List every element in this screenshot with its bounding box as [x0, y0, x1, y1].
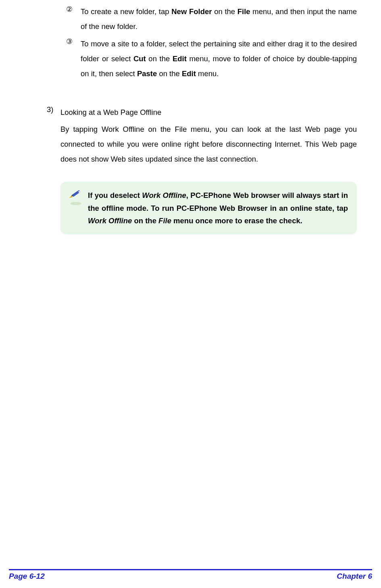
list-marker-2: ②	[66, 4, 81, 14]
note-box: If you deselect Work Offline, PC-EPhone …	[60, 182, 357, 234]
note-text: If you deselect Work Offline, PC-EPhone …	[88, 189, 348, 227]
footer-chapter: Chapter 6	[337, 572, 372, 581]
list-item-2: ② To create a new folder, tap New Folder…	[66, 4, 357, 34]
section-3: 3) Looking at a Web Page Offline By tapp…	[47, 105, 357, 166]
section-3-marker: 3)	[47, 105, 60, 114]
section-3-title: Looking at a Web Page Offline	[60, 105, 161, 119]
list-marker-3: ③	[66, 36, 81, 46]
footer-divider	[9, 569, 372, 570]
list-item-3: ③ To move a site to a folder, select the…	[66, 36, 357, 81]
list-text-3: To move a site to a folder, select the p…	[81, 36, 357, 81]
footer-page-number: Page 6-12	[9, 572, 45, 581]
section-3-body: By tapping Work Offline on the File menu…	[60, 122, 357, 166]
page-footer: Page 6-12 Chapter 6	[0, 569, 381, 581]
svg-point-0	[70, 202, 81, 205]
page-content: ② To create a new folder, tap New Folder…	[0, 0, 381, 234]
note-icon	[68, 190, 85, 208]
list-text-2: To create a new folder, tap New Folder o…	[81, 4, 357, 34]
